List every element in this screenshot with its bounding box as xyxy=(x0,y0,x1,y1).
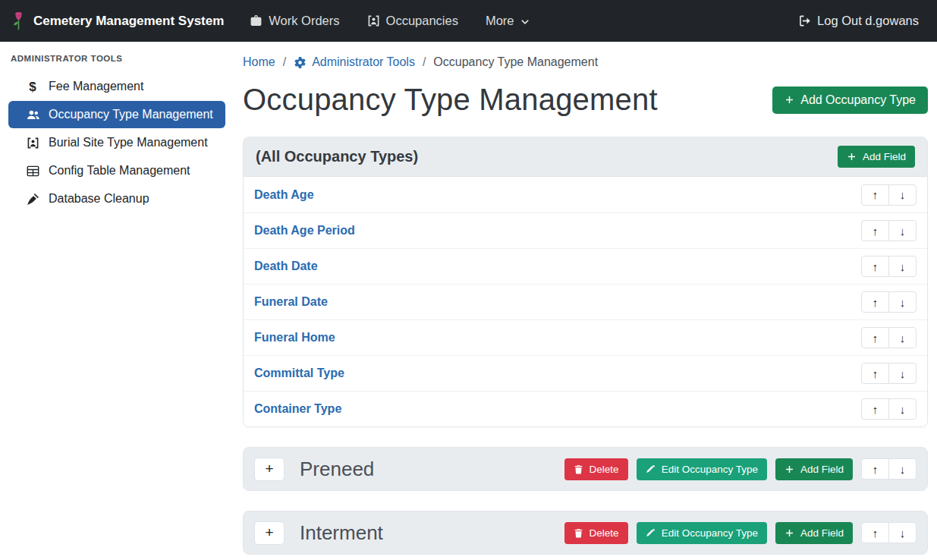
sidebar-item-label: Fee Management xyxy=(49,80,143,93)
expand-button[interactable]: + xyxy=(254,458,285,481)
move-up-button[interactable]: ↑ xyxy=(861,291,889,313)
reorder-buttons: ↑↓ xyxy=(861,291,917,313)
reorder-buttons: ↑↓ xyxy=(861,184,917,206)
field-link-death-age-period[interactable]: Death Age Period xyxy=(254,224,355,238)
sidebar-item-database-cleanup[interactable]: Database Cleanup xyxy=(8,185,225,212)
nav-item-more[interactable]: More xyxy=(486,14,530,28)
occupancies-icon xyxy=(367,14,380,27)
field-link-committal-type[interactable]: Committal Type xyxy=(254,367,344,380)
trash-icon xyxy=(574,464,583,474)
plus-icon xyxy=(847,152,857,162)
navbar-right: Log Out d.gowans xyxy=(798,14,919,28)
sidebar-item-label: Config Table Management xyxy=(49,164,190,178)
sidebar-item-fee-management[interactable]: $Fee Management xyxy=(8,73,225,100)
move-up-button[interactable]: ↑ xyxy=(861,256,889,277)
field-link-death-date[interactable]: Death Date xyxy=(254,260,318,273)
move-down-button[interactable]: ↓ xyxy=(888,220,917,241)
reorder-buttons: ↑↓ xyxy=(861,220,917,241)
sidebar-item-config-table-management[interactable]: Config Table Management xyxy=(8,157,225,184)
move-up-button[interactable]: ↑ xyxy=(861,522,889,543)
reorder-buttons: ↑↓ xyxy=(861,363,917,384)
field-link-death-age[interactable]: Death Age xyxy=(254,188,314,202)
arrow-down-icon: ↓ xyxy=(900,527,906,539)
add-field-button[interactable]: Add Field xyxy=(838,146,915,168)
arrow-down-icon: ↓ xyxy=(900,225,906,237)
occupancy-type-title: Preneed xyxy=(300,458,374,481)
sidebar-menu: $Fee ManagementOccupancy Type Management… xyxy=(8,73,225,212)
nav-item-occupancies[interactable]: Occupancies xyxy=(367,14,458,28)
arrow-up-icon: ↑ xyxy=(873,189,879,200)
breadcrumb-home-link[interactable]: Home xyxy=(243,55,275,69)
move-down-button[interactable]: ↓ xyxy=(888,291,917,313)
chevron-down-icon xyxy=(520,16,530,27)
logout-link[interactable]: Log Out d.gowans xyxy=(798,14,919,28)
move-up-button[interactable]: ↑ xyxy=(861,184,889,206)
arrow-up-icon: ↑ xyxy=(873,261,879,272)
plus-icon xyxy=(785,95,794,105)
main-content: Home / Administrator Tools / Occupancy T… xyxy=(234,42,937,560)
arrow-down-icon: ↓ xyxy=(900,189,906,200)
move-down-button[interactable]: ↓ xyxy=(888,398,917,420)
field-link-funeral-home[interactable]: Funeral Home xyxy=(254,331,335,344)
delete-button[interactable]: Delete xyxy=(564,458,628,480)
arrow-down-icon: ↓ xyxy=(900,464,906,475)
top-navbar: Cemetery Management System Work OrdersOc… xyxy=(0,0,937,42)
sidebar-heading: Administrator Tools xyxy=(11,54,225,63)
field-row: Committal Type↑↓ xyxy=(244,355,927,391)
pencil-icon xyxy=(646,528,656,538)
arrow-down-icon: ↓ xyxy=(900,297,906,308)
move-up-button[interactable]: ↑ xyxy=(861,398,889,420)
sidebar-item-occupancy-type-management[interactable]: Occupancy Type Management xyxy=(8,101,225,128)
move-down-button[interactable]: ↓ xyxy=(888,327,917,348)
pencil-icon xyxy=(646,464,656,474)
add-occupancy-type-button[interactable]: Add Occupancy Type xyxy=(772,87,928,114)
move-down-button[interactable]: ↓ xyxy=(888,363,917,384)
move-down-button[interactable]: ↓ xyxy=(888,458,917,480)
field-row: Container Type↑↓ xyxy=(244,391,927,426)
move-up-button[interactable]: ↑ xyxy=(861,458,889,480)
flower-logo-icon xyxy=(11,11,27,31)
arrow-up-icon: ↑ xyxy=(873,297,879,308)
arrow-up-icon: ↑ xyxy=(873,527,879,539)
move-down-button[interactable]: ↓ xyxy=(888,184,917,206)
edit-occupancy-type-button[interactable]: Edit Occupancy Type xyxy=(637,458,767,480)
edit-label: Edit Occupancy Type xyxy=(662,527,758,539)
navbar-items: Work OrdersOccupanciesMore xyxy=(250,14,556,28)
delete-button[interactable]: Delete xyxy=(564,522,628,544)
gear-icon xyxy=(294,56,307,69)
move-up-button[interactable]: ↑ xyxy=(861,220,889,241)
add-field-button[interactable]: Add Field xyxy=(775,522,853,544)
edit-occupancy-type-button[interactable]: Edit Occupancy Type xyxy=(637,522,767,544)
breadcrumb-separator: / xyxy=(283,55,286,69)
move-down-button[interactable]: ↓ xyxy=(888,256,917,277)
breadcrumb-admin-tools-link[interactable]: Administrator Tools xyxy=(294,55,415,69)
breadcrumb-current: Occupancy Type Management xyxy=(433,55,598,69)
work-orders-icon xyxy=(250,14,263,27)
arrow-down-icon: ↓ xyxy=(900,261,906,272)
page-title: Occupancy Type Management xyxy=(243,83,658,117)
sidebar-item-label: Burial Site Type Management xyxy=(49,136,208,149)
move-up-button[interactable]: ↑ xyxy=(861,327,889,348)
field-row: Death Age Period↑↓ xyxy=(244,212,927,248)
occupancy-type-cards: +PreneedDeleteEdit Occupancy TypeAdd Fie… xyxy=(243,447,928,555)
field-row: Funeral Date↑↓ xyxy=(244,284,927,319)
move-up-button[interactable]: ↑ xyxy=(861,363,889,384)
arrow-down-icon: ↓ xyxy=(900,368,906,379)
delete-label: Delete xyxy=(590,464,619,475)
reorder-buttons: ↑↓ xyxy=(861,458,917,480)
nav-item-work-orders[interactable]: Work Orders xyxy=(250,14,339,28)
expand-button[interactable]: + xyxy=(254,521,285,545)
trash-icon xyxy=(574,528,583,538)
reorder-buttons: ↑↓ xyxy=(861,522,917,543)
dollar-icon: $ xyxy=(25,80,40,93)
type-controls: DeleteEdit Occupancy TypeAdd Field↑↓ xyxy=(564,522,917,544)
arrow-up-icon: ↑ xyxy=(873,225,879,237)
field-row: Death Age↑↓ xyxy=(244,177,927,212)
plus-icon xyxy=(785,464,794,474)
field-link-funeral-date[interactable]: Funeral Date xyxy=(254,295,328,309)
sidebar-item-burial-site-type-management[interactable]: Burial Site Type Management xyxy=(8,129,225,156)
field-link-container-type[interactable]: Container Type xyxy=(254,402,341,416)
add-field-label: Add Field xyxy=(863,151,906,162)
move-down-button[interactable]: ↓ xyxy=(888,522,917,543)
add-field-button[interactable]: Add Field xyxy=(775,458,853,480)
